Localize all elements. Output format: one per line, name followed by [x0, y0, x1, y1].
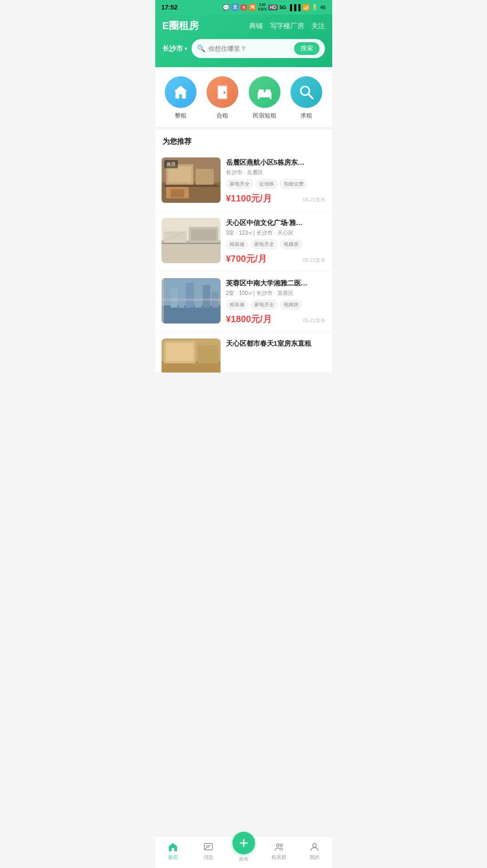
svg-rect-6	[258, 97, 260, 99]
listing-title-4: 天心区都市春天1室房东直租	[226, 338, 326, 348]
listing-date-2: 05-21发布	[303, 257, 325, 264]
listing-date-1: 05-21发布	[303, 196, 325, 203]
search-magnify-icon	[298, 83, 315, 101]
section-title: 为您推荐	[155, 130, 332, 151]
tag: 精装修	[226, 300, 248, 309]
nav-label-message: 消息	[203, 854, 213, 861]
listing-info-4: 天心区都市春天1室房东直租	[226, 338, 326, 366]
listing-price-row-3: ¥1800元/月 05-21发布	[226, 313, 326, 325]
publish-button[interactable]	[232, 832, 255, 854]
categories-section: 整租 合租 民宿短租	[155, 67, 332, 130]
svg-rect-36	[162, 299, 221, 301]
message-nav-icon	[203, 842, 214, 853]
nav-label-publish: 发布	[239, 856, 249, 863]
door-icon	[214, 83, 231, 101]
5g-icon: 5G	[280, 5, 286, 10]
nav-shop[interactable]: 商铺	[249, 22, 263, 30]
svg-rect-14	[196, 169, 214, 185]
status-icons: 💬 支 ✕ 淘 145KB/s HD 5G ▐▐▐ 📶 🔋 46	[222, 3, 325, 12]
svg-line-9	[308, 94, 313, 98]
recommend-section: 为您推荐 推荐	[155, 130, 332, 373]
search-icon: 🔍	[197, 44, 206, 53]
listing-title-1: 岳麓区燕航小区5栋房东…	[226, 157, 326, 167]
listing-location-1: 长沙市 · 岳麓区	[226, 169, 326, 177]
listing-price-2: ¥700元/月	[226, 253, 267, 265]
search-button[interactable]: 搜索	[294, 42, 320, 55]
group-nav-icon	[274, 842, 285, 853]
listing-info-3: 芙蓉区中南大学湘雅二医… 2室 · 100㎡| 长沙市 · 芙蓉区 精装修 家电…	[226, 278, 326, 325]
listing-image-2	[162, 218, 221, 263]
nav-office[interactable]: 写字楼厂房	[270, 22, 304, 30]
category-hezu[interactable]: 合租	[207, 76, 238, 120]
nav-item-mine[interactable]: 我的	[301, 842, 328, 861]
svg-point-48	[280, 844, 282, 847]
chevron-down-icon: ▼	[184, 46, 188, 51]
listing-card[interactable]: 天心区都市春天1室房东直租	[155, 332, 332, 373]
svg-point-49	[313, 843, 316, 847]
zhengzu-label: 整租	[175, 112, 187, 120]
svg-rect-15	[164, 185, 218, 187]
listing-price-1: ¥1100元/月	[226, 192, 272, 205]
nav-item-home[interactable]: 首页	[159, 842, 187, 861]
svg-rect-29	[171, 287, 177, 308]
svg-point-2	[224, 92, 226, 94]
listing-price-row-2: ¥700元/月 05-21发布	[226, 253, 326, 265]
svg-point-47	[276, 844, 279, 847]
listing-image-1: 推荐	[162, 157, 221, 203]
category-zhengzu[interactable]: 整租	[165, 76, 197, 120]
home-icon	[172, 83, 189, 101]
home-nav-icon	[167, 842, 178, 853]
tag: 家电齐全	[251, 240, 278, 249]
svg-rect-7	[270, 97, 271, 99]
zhengzu-icon-wrap	[165, 76, 197, 108]
nav-item-message[interactable]: 消息	[195, 842, 222, 861]
nav-links: 商铺 写字楼厂房 关注	[249, 22, 325, 30]
chat-icon: 💬	[222, 4, 230, 11]
nav-follow[interactable]: 关注	[311, 22, 325, 30]
nav-label-home: 首页	[168, 854, 178, 861]
minsu-icon-wrap	[249, 76, 280, 108]
nav-label-mine: 我的	[310, 854, 320, 861]
hezu-label: 合租	[216, 112, 228, 120]
app-title: E圈租房	[162, 19, 199, 33]
tag: 家电齐全	[226, 179, 253, 189]
category-qiuzu[interactable]: 求租	[290, 76, 322, 120]
svg-rect-31	[186, 283, 194, 308]
bed-icon	[256, 83, 273, 101]
status-time: 17:52	[162, 4, 178, 11]
tag: 包物业费	[280, 179, 307, 189]
svg-rect-22	[191, 229, 216, 240]
category-minsu[interactable]: 民宿短租	[249, 76, 280, 120]
listing-tags-1: 家电齐全 近地铁 包物业费	[226, 179, 326, 189]
listing-location-2: 3室 · 123㎡| 长沙市 · 天心区	[226, 229, 326, 237]
listing-card[interactable]: 推荐 岳麓区燕航小区5栋房东… 长沙市 · 岳麓区 家电齐全 近地铁 包物业费 …	[155, 151, 332, 211]
search-input[interactable]	[208, 45, 291, 52]
listing-image-3	[162, 278, 221, 324]
city-name: 长沙市	[162, 44, 183, 53]
listing-date-3: 05-21发布	[303, 317, 325, 324]
mail-icon: ✕	[241, 5, 247, 10]
listing-card[interactable]: 天心区中信文化广场·雅… 3室 · 123㎡| 长沙市 · 天心区 精装修 家电…	[155, 211, 332, 272]
header-search: 长沙市 ▼ 🔍 搜索	[162, 39, 325, 58]
battery-icon: 🔋	[311, 4, 318, 10]
nav-item-group[interactable]: 租房群	[266, 842, 293, 861]
signal-bars-icon: ▐▐▐	[288, 4, 301, 11]
listing-location-3: 2室 · 100㎡| 长沙市 · 芙蓉区	[226, 289, 326, 297]
hezu-icon-wrap	[207, 76, 238, 108]
nav-item-publish[interactable]: 发布	[230, 840, 257, 863]
tag: 家电齐全	[251, 300, 278, 309]
user-nav-icon	[309, 842, 320, 853]
tag: 精装修	[226, 240, 248, 249]
city-selector[interactable]: 长沙市 ▼	[162, 44, 188, 53]
listing-badge-1: 推荐	[164, 160, 178, 168]
tag: 电梯房	[280, 240, 302, 249]
content: 整租 合租 民宿短租	[155, 67, 332, 405]
listing-card[interactable]: 芙蓉区中南大学湘雅二医… 2室 · 100㎡| 长沙市 · 芙蓉区 精装修 家电…	[155, 272, 332, 332]
listing-image-4	[162, 338, 221, 373]
listing-price-3: ¥1800元/月	[226, 313, 272, 325]
header: E圈租房 商铺 写字楼厂房 关注 长沙市 ▼ 🔍 搜索	[155, 15, 332, 67]
svg-rect-13	[168, 167, 191, 182]
listing-info-1: 岳麓区燕航小区5栋房东… 长沙市 · 岳麓区 家电齐全 近地铁 包物业费 ¥11…	[226, 157, 326, 205]
search-bar: 🔍 搜索	[192, 39, 325, 58]
listing-tags-2: 精装修 家电齐全 电梯房	[226, 240, 326, 249]
